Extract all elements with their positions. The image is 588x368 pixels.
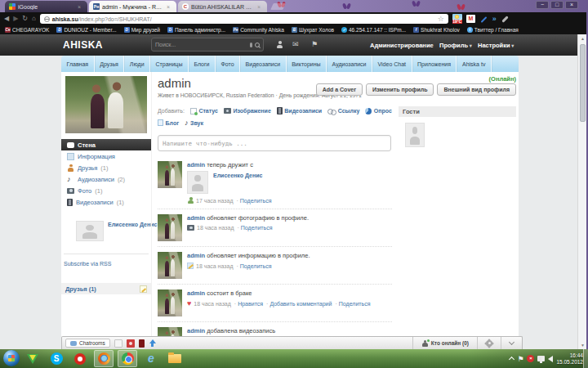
- sidebar-item-info[interactable]: Информация: [61, 150, 151, 162]
- like-link[interactable]: Нравится: [234, 301, 263, 307]
- who-online-toggle[interactable]: Кто онлайн (0): [412, 337, 477, 349]
- scroll-top-icon[interactable]: [149, 339, 157, 348]
- admin-link[interactable]: Администрирование: [370, 42, 434, 49]
- browser-tab-ahiska-active[interactable]: Рн admin - Мужчина - Russia: [89, 1, 176, 12]
- bookmark-mir-druzey[interactable]: DМир друзей: [124, 27, 160, 33]
- nav-tab-videos[interactable]: Видеозаписи: [240, 56, 287, 72]
- bookmark-chegarayok[interactable]: СнCHEGARAYOK: [5, 27, 49, 33]
- close-button[interactable]: ×: [565, 1, 578, 9]
- profile-design-button[interactable]: Внешний вид профиля: [437, 83, 516, 96]
- nav-tab-audio[interactable]: Аудиозаписи: [327, 56, 372, 72]
- action-center-flag-icon[interactable]: [517, 355, 523, 363]
- profile-menu[interactable]: Профиль: [439, 42, 472, 49]
- friend-list-item[interactable]: Елисеенко Денис: [76, 221, 157, 241]
- back-button[interactable]: [4, 15, 9, 23]
- weather-extension-icon[interactable]: 19°C: [452, 14, 462, 24]
- nav-tab-videochat[interactable]: Video Chat: [372, 56, 412, 72]
- search-icon[interactable]: [255, 43, 260, 47]
- tab-close-icon[interactable]: [257, 4, 263, 10]
- profile-photo[interactable]: [65, 76, 147, 133]
- scroll-up-arrow[interactable]: [578, 36, 586, 41]
- nav-tab-ahiska-tv[interactable]: Ahiska tv: [457, 56, 491, 72]
- tab-close-icon[interactable]: [78, 4, 83, 10]
- chat-settings-button[interactable]: [477, 337, 501, 349]
- site-search-box[interactable]: [151, 38, 264, 52]
- notifications-icon[interactable]: [311, 41, 318, 48]
- taskbar-mediaget-icon[interactable]: [23, 350, 42, 367]
- feed-user-link[interactable]: admin: [187, 214, 205, 222]
- taskbar-explorer-icon[interactable]: [165, 350, 185, 367]
- status-composer-input[interactable]: [158, 135, 391, 151]
- feed-avatar[interactable]: [158, 214, 182, 241]
- start-button[interactable]: [3, 350, 20, 366]
- taskbar-ie-icon[interactable]: e: [141, 350, 161, 367]
- share-link[interactable]: Поделиться: [236, 225, 272, 231]
- add-url-link[interactable]: Ссылку: [327, 108, 359, 114]
- bookmark-community-ahiska[interactable]: РнCommunity Ahiska: [233, 27, 284, 33]
- taskbar-clock[interactable]: 16:44 15.05.2012: [556, 352, 583, 365]
- sidebar-item-friends[interactable]: Друзья(1): [61, 162, 151, 173]
- home-button[interactable]: [32, 15, 36, 23]
- nav-tab-blogs[interactable]: Блоги: [189, 56, 216, 72]
- nav-tab-friends[interactable]: Друзья: [95, 56, 125, 72]
- new-tab-button[interactable]: [270, 3, 286, 10]
- microphone-icon[interactable]: [250, 43, 252, 47]
- friend-avatar[interactable]: [187, 171, 208, 194]
- add-poll-link[interactable]: Опрос: [365, 108, 392, 114]
- feed-user-link[interactable]: admin: [187, 252, 205, 259]
- nav-tab-quizzes[interactable]: Викторины: [287, 56, 327, 72]
- nav-tab-photos[interactable]: Фото: [216, 56, 240, 72]
- add-comment-link[interactable]: Добавить комментарий: [265, 301, 332, 307]
- feed-avatar[interactable]: [158, 252, 182, 279]
- search-input[interactable]: [155, 42, 247, 47]
- chat-collapse-button[interactable]: [501, 337, 522, 349]
- minimize-button[interactable]: −: [536, 1, 549, 9]
- reload-button[interactable]: [22, 15, 28, 23]
- bookmark-twitter[interactable]: tТвиттер / Главная: [467, 27, 519, 33]
- address-bar[interactable]: ahiska.su/index.php?do=/SHUKHRAT/: [40, 14, 448, 24]
- browser-tab-ahiskalilar[interactable]: C Bütün AHISKALILAR Burada: [178, 1, 267, 12]
- bookmark-star-icon[interactable]: [438, 16, 444, 23]
- page-scrollbar[interactable]: [577, 34, 586, 349]
- wrench-menu-icon[interactable]: [501, 15, 510, 24]
- sidebar-item-videos[interactable]: Видеозаписи(1): [61, 196, 151, 208]
- sidebar-item-audio[interactable]: Аудиозаписи(2): [61, 173, 151, 185]
- chat-app-icon[interactable]: [127, 339, 135, 348]
- scrollbar-thumb[interactable]: [580, 44, 586, 122]
- share-link[interactable]: Поделиться: [235, 263, 271, 269]
- friend-name-link[interactable]: Елисеенко Денис: [213, 173, 262, 178]
- volume-icon[interactable]: [548, 356, 553, 362]
- arrows-extension-icon[interactable]: [492, 15, 497, 23]
- share-link[interactable]: Поделиться: [235, 198, 271, 204]
- taskbar-skype-icon[interactable]: S: [47, 350, 66, 367]
- chat-app-icon[interactable]: [139, 339, 145, 348]
- settings-menu[interactable]: Настройки: [478, 42, 514, 49]
- alert-icon[interactable]: ×: [527, 355, 534, 362]
- nav-tab-people[interactable]: Люди: [124, 56, 150, 72]
- nav-tab-apps[interactable]: Приложения: [412, 56, 457, 72]
- friend-avatar[interactable]: [76, 221, 104, 241]
- nav-tab-home[interactable]: Главная: [61, 56, 95, 72]
- add-blog-link[interactable]: Блог: [158, 119, 179, 126]
- gmail-extension-icon[interactable]: M: [466, 15, 475, 23]
- tab-close-icon[interactable]: [167, 4, 172, 10]
- pencil-extension-icon[interactable]: [479, 15, 488, 24]
- guest-avatar[interactable]: [405, 123, 425, 147]
- edit-note-icon[interactable]: [140, 285, 147, 293]
- chatrooms-button[interactable]: Chatrooms: [65, 339, 110, 348]
- rss-subscribe-link[interactable]: Subscribe via RSS: [64, 261, 111, 267]
- friend-requests-icon[interactable]: [276, 41, 283, 48]
- feed-user-link[interactable]: admin: [187, 327, 205, 334]
- taskbar-opera-icon[interactable]: [70, 350, 90, 367]
- bookmark-duniouz[interactable]: DDUNIOUZ - Member...: [56, 27, 116, 33]
- messages-icon[interactable]: [292, 41, 299, 48]
- show-desktop-button[interactable]: [583, 349, 588, 368]
- share-link[interactable]: Поделиться: [334, 301, 370, 307]
- friend-name-link[interactable]: Елисеенко Денис: [108, 222, 157, 227]
- feed-avatar[interactable]: [158, 161, 182, 188]
- forward-button[interactable]: [13, 15, 18, 23]
- feed-user-link[interactable]: admin: [187, 161, 205, 168]
- hidden-icons-chevron[interactable]: [509, 357, 514, 362]
- nav-tab-pages[interactable]: Страницы: [150, 56, 189, 72]
- feed-avatar[interactable]: [158, 289, 182, 316]
